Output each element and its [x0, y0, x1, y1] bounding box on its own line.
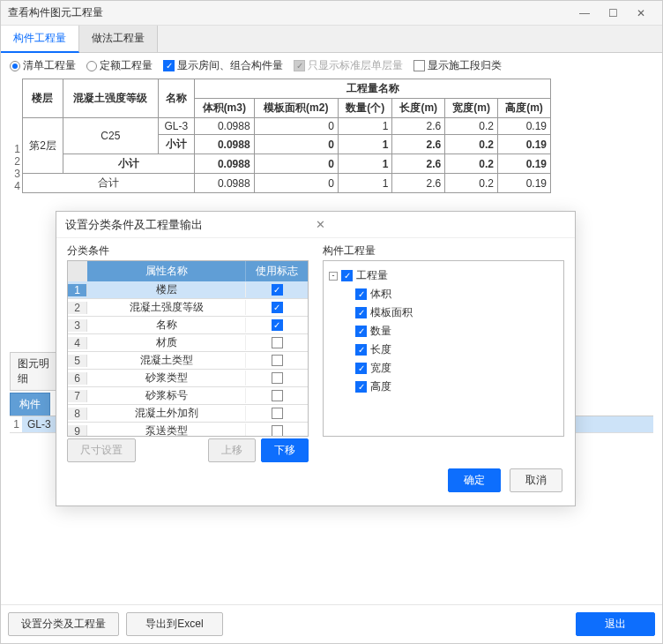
move-up-button: 上移: [208, 438, 256, 462]
tree-checkbox[interactable]: [341, 270, 353, 281]
flag-checkbox[interactable]: [272, 372, 283, 384]
set-classification-button[interactable]: 设置分类及工程量: [8, 612, 119, 636]
attr-row-material[interactable]: 4材质: [68, 334, 308, 352]
ok-button[interactable]: 确定: [448, 468, 501, 492]
tree-checkbox[interactable]: [355, 288, 367, 300]
attr-row-mortar-grade[interactable]: 7砂浆标号: [68, 387, 308, 405]
footer: 设置分类及工程量 导出到Excel 退出: [1, 604, 662, 643]
exit-button[interactable]: 退出: [576, 612, 655, 636]
tree-node-length[interactable]: 长度: [329, 341, 558, 359]
attr-row-additive[interactable]: 8混凝土外加剂: [68, 405, 308, 423]
attr-row-name[interactable]: 3名称: [68, 317, 308, 334]
collapse-icon[interactable]: -: [329, 272, 338, 281]
tree-node-height[interactable]: 高度: [329, 378, 558, 396]
flag-checkbox[interactable]: [272, 408, 283, 419]
tree-checkbox[interactable]: [355, 326, 367, 337]
quantity-tree: -工程量 体积 模板面积 数量 长度 宽度 高度: [323, 260, 564, 437]
flag-checkbox[interactable]: [272, 302, 283, 313]
flag-checkbox[interactable]: [272, 355, 283, 366]
flag-checkbox[interactable]: [272, 390, 283, 401]
panel-quantity-title: 构件工程量: [323, 243, 564, 258]
tree-root[interactable]: -工程量: [329, 266, 558, 285]
attr-row-concrete-type[interactable]: 5混凝土类型: [68, 352, 308, 370]
tree-checkbox[interactable]: [355, 344, 367, 356]
classification-dialog: 设置分类条件及工程量输出 ✕ 分类条件 属性名称使用标志 1楼层 2混凝土强度等…: [56, 211, 576, 506]
dialog-title: 设置分类条件及工程量输出: [65, 217, 316, 233]
tree-checkbox[interactable]: [355, 307, 367, 318]
tree-checkbox[interactable]: [355, 381, 367, 393]
attr-row-floor[interactable]: 1楼层: [68, 281, 308, 299]
panel-classification-title: 分类条件: [67, 243, 309, 258]
tree-node-template[interactable]: 模板面积: [329, 303, 558, 322]
dialog-close-button[interactable]: ✕: [316, 218, 566, 231]
tree-checkbox[interactable]: [355, 363, 367, 374]
attr-row-pump-type[interactable]: 9泵送类型: [68, 423, 308, 437]
cancel-button[interactable]: 取消: [510, 468, 562, 492]
size-setting-button: 尺寸设置: [67, 438, 136, 462]
flag-checkbox[interactable]: [272, 337, 283, 348]
flag-checkbox[interactable]: [272, 425, 283, 437]
tree-node-volume[interactable]: 体积: [329, 285, 558, 303]
attribute-list: 属性名称使用标志 1楼层 2混凝土强度等级 3名称 4材质 5混凝土类型 6砂浆…: [67, 260, 309, 437]
flag-checkbox[interactable]: [272, 319, 283, 331]
tree-node-width[interactable]: 宽度: [329, 359, 558, 378]
flag-checkbox[interactable]: [272, 284, 283, 296]
tree-node-qty[interactable]: 数量: [329, 322, 558, 341]
move-down-button[interactable]: 下移: [261, 438, 309, 462]
attr-row-mortar-type[interactable]: 6砂浆类型: [68, 370, 308, 387]
export-excel-button[interactable]: 导出到Excel: [126, 612, 223, 636]
attr-row-grade[interactable]: 2混凝土强度等级: [68, 299, 308, 317]
